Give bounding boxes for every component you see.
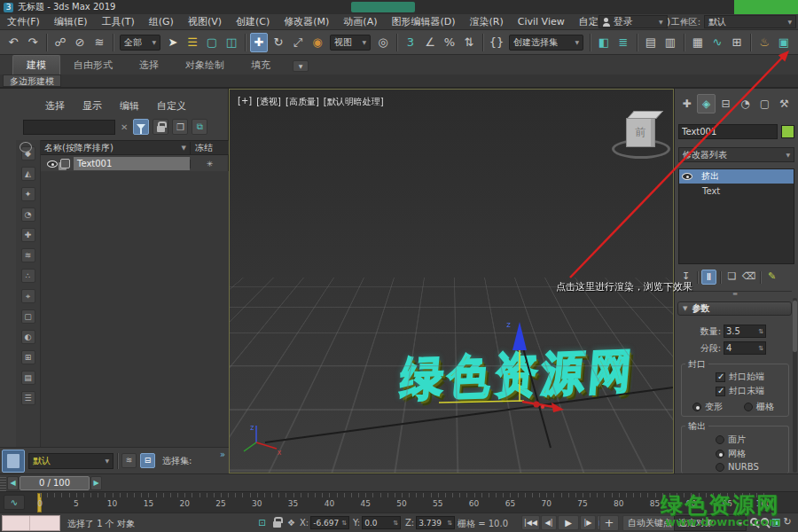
maxscript-mini-listener[interactable] <box>2 515 60 531</box>
sync-selection-icon[interactable]: ⧉ <box>192 119 207 135</box>
menu-item[interactable]: 渲染(R) <box>463 14 511 29</box>
display-materials-icon[interactable]: ◐ <box>21 330 35 344</box>
slider-grip[interactable] <box>0 475 6 491</box>
visibility-eye-icon[interactable] <box>682 173 692 180</box>
scene-explorer-toggle-icon[interactable]: ▥ <box>661 33 679 52</box>
isolate-selection-icon[interactable]: ⊡ <box>255 516 269 529</box>
amount-field[interactable]: 3.5 ⇅ <box>724 325 766 338</box>
display-lights-icon[interactable]: ✦ <box>21 187 35 201</box>
display-cameras-icon[interactable]: ◔ <box>21 207 35 222</box>
y-coordinate-field[interactable]: 0.0⇅ <box>362 516 401 529</box>
pick-parent-icon[interactable]: ❐ <box>172 119 188 135</box>
set-key-button[interactable]: + <box>599 515 619 531</box>
render-production-icon[interactable]: ♨ <box>794 33 798 52</box>
visibility-eye-icon[interactable] <box>47 160 58 168</box>
explorer-mode-button[interactable] <box>2 450 25 473</box>
use-pivot-center-icon[interactable]: ◎ <box>374 33 392 52</box>
explorer-list-area[interactable] <box>41 171 229 447</box>
x-coordinate-field[interactable]: -6.697⇅ <box>310 516 349 529</box>
menu-item[interactable]: 工具(T) <box>94 14 141 29</box>
rectangular-selection-icon[interactable]: ▢ <box>203 33 221 52</box>
name-column-header[interactable]: 名称(按降序排序) <box>41 142 182 154</box>
next-frame-button[interactable]: |▶ <box>580 515 596 530</box>
z-coordinate-field[interactable]: 3.739⇅ <box>416 516 455 529</box>
menu-item[interactable]: 图形编辑器(D) <box>384 14 462 29</box>
display-tab-icon[interactable]: ▢ <box>755 94 774 113</box>
redo-icon[interactable]: ↷ <box>24 33 42 52</box>
workspace-dropdown[interactable]: 默认 ▼ <box>704 15 796 28</box>
selection-filter-dropdown[interactable]: 全部▼ <box>120 35 160 51</box>
display-xref-icon[interactable]: ⊞ <box>21 350 35 364</box>
configure-modifier-sets-icon[interactable]: ✎ <box>764 270 779 285</box>
mini-curve-editor-icon[interactable]: ∿ <box>4 495 25 510</box>
show-end-result-icon[interactable]: Ⅱ <box>701 270 716 285</box>
object-color-swatch[interactable] <box>781 125 794 138</box>
display-containers-icon[interactable]: ▢ <box>21 309 35 324</box>
explorer-column-header[interactable]: 名称(按降序排序) ▼ 冻结 <box>41 140 229 155</box>
display-particles-icon[interactable]: ∴ <box>21 269 35 283</box>
align-icon[interactable]: ≣ <box>614 33 632 52</box>
named-selection-sets-icon[interactable]: {} <box>488 33 505 52</box>
menu-item[interactable]: 组(G) <box>142 14 181 29</box>
select-and-move-icon[interactable]: ✚ <box>250 33 268 52</box>
viewcube-front-face[interactable]: 前 <box>626 118 655 147</box>
orbit-icon[interactable]: ↻ <box>783 516 791 528</box>
make-unique-icon[interactable]: ❏ <box>724 270 739 285</box>
display-bones-icon[interactable]: ⌖ <box>21 289 35 303</box>
ribbon-toggle-icon[interactable]: ▦ <box>689 33 707 52</box>
transform-typein-icon[interactable]: ❖ <box>285 516 298 529</box>
layer-manager-icon[interactable]: ▤ <box>642 33 660 52</box>
explorer-menu-item[interactable]: 选择 <box>37 99 73 113</box>
window-crossing-icon[interactable]: ◫ <box>223 33 240 52</box>
curve-editor-icon[interactable]: ∿ <box>708 33 726 52</box>
bind-to-spacewarp-icon[interactable]: ≋ <box>90 33 108 52</box>
viewport-label-segment[interactable]: [默认明暗处理] <box>324 96 384 108</box>
rendered-frame-window-icon[interactable]: ▣ <box>775 33 793 52</box>
display-helpers-icon[interactable]: ✚ <box>21 228 35 242</box>
named-selection-dropdown[interactable]: 创建选择集▼ <box>509 35 583 51</box>
explorer-preset-dropdown[interactable]: 默认 ▼ <box>28 453 113 469</box>
viewport-label-segment[interactable]: [+] <box>238 96 252 108</box>
filter-icon[interactable] <box>133 119 149 135</box>
explorer-menu-item[interactable]: 编辑 <box>112 99 147 113</box>
ribbon-config-dropdown-icon[interactable]: ▼ <box>293 60 309 72</box>
display-spacewarps-icon[interactable]: ≋ <box>21 248 35 262</box>
menu-item[interactable]: 文件(F) <box>0 14 47 29</box>
tab-选择[interactable]: 选择 <box>126 56 172 74</box>
explorer-menu-item[interactable]: 自定义 <box>149 99 194 113</box>
layers-stack-icon[interactable]: ≋ <box>121 453 137 468</box>
menu-item[interactable]: 编辑(E) <box>47 14 95 29</box>
object-name-cell[interactable]: Text001 <box>74 157 190 170</box>
render-setup-icon[interactable]: ♨ <box>755 33 773 52</box>
panel-scrollbar[interactable] <box>793 298 797 473</box>
spinner-snap-icon[interactable]: ⇅ <box>460 33 478 52</box>
nurbs-radio[interactable] <box>716 463 724 472</box>
table-row[interactable]: Text001 ✳ <box>41 156 229 171</box>
spinner-icon[interactable]: ⇅ <box>758 328 763 335</box>
unlink-selection-icon[interactable]: ⊘ <box>71 33 89 52</box>
next-frame-arrow[interactable]: ▶ <box>90 476 102 490</box>
display-all-icon[interactable]: ☰ <box>21 391 35 405</box>
grid-radio[interactable] <box>744 403 753 411</box>
modify-tab-icon[interactable]: ◈ <box>697 94 716 113</box>
sort-circle-icon[interactable] <box>20 142 32 153</box>
display-groups-icon[interactable]: ▤ <box>21 371 35 385</box>
parameters-rollout-header[interactable]: ▼ 参数 <box>677 301 792 316</box>
viewport-label-segment[interactable]: [高质量] <box>286 96 319 108</box>
menu-item[interactable]: 修改器(M) <box>277 14 336 29</box>
explorer-menu-item[interactable]: 显示 <box>74 99 110 113</box>
create-tab-icon[interactable]: ✚ <box>677 94 696 113</box>
select-object-icon[interactable]: ➤ <box>164 33 182 52</box>
cap-end-checkbox[interactable] <box>716 387 725 396</box>
frame-display[interactable]: 0 / 100 <box>20 476 90 490</box>
undo-icon[interactable]: ↶ <box>4 33 22 52</box>
rollout-divider[interactable]: ▬ <box>678 291 792 295</box>
remove-modifier-icon[interactable]: ⌫ <box>741 270 756 285</box>
object-name-field[interactable] <box>678 124 778 139</box>
hierarchy-view-icon[interactable]: ⊟ <box>140 453 155 468</box>
menu-item[interactable]: Civil View <box>511 14 572 29</box>
menu-item[interactable]: 动画(A) <box>336 14 384 29</box>
percent-snap-icon[interactable]: % <box>441 33 458 52</box>
reference-coordinate-dropdown[interactable]: 视图▼ <box>330 35 371 51</box>
patch-radio[interactable] <box>716 435 724 444</box>
